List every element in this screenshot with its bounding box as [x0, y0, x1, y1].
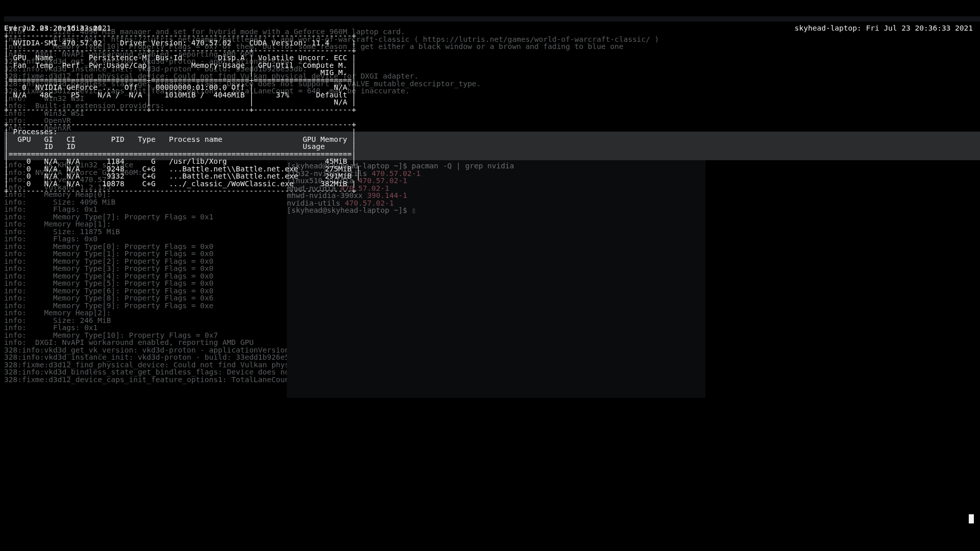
- watch-interval-label: Every 2.0s: nvidia-smi: [4, 24, 102, 32]
- shell-prompt: [skyhead@skyhead-laptop ~]$: [287, 206, 411, 214]
- smi-border: +---------------------------------------…: [4, 187, 356, 195]
- cursor-glyph: ▯: [411, 206, 416, 214]
- screen: info: Size: 4096 MiB manager and set for…: [0, 0, 980, 551]
- titlebar-strip: [4, 16, 980, 21]
- terminal-cursor: [969, 514, 974, 523]
- shell-command: pacman -Q | grep nvidia: [411, 162, 514, 170]
- watch-host-time: skyhead-laptop: Fri Jul 23 20:36:33 2021: [795, 24, 973, 32]
- nvidia-smi-output[interactable]: Fri Jul 23 20:36:33 2021 +--------------…: [4, 24, 360, 195]
- watch-header-right: skyhead-laptop: Fri Jul 23 20:36:33 2021: [795, 24, 973, 32]
